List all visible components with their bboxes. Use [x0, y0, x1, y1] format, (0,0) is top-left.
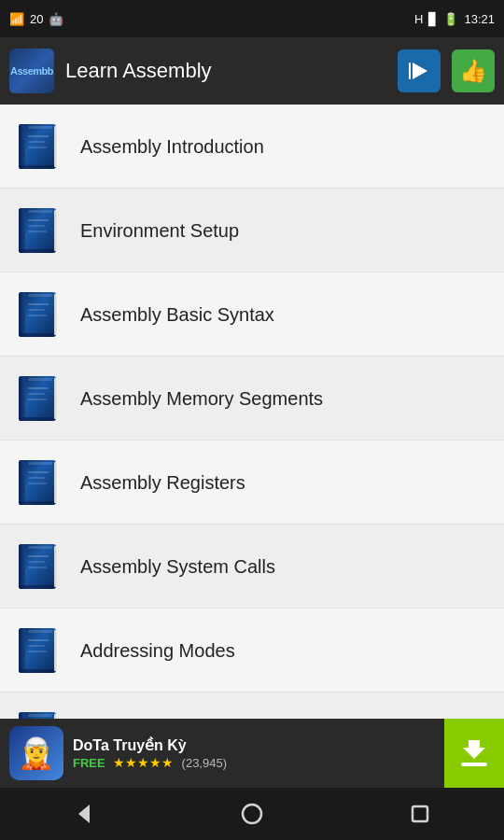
play-button[interactable]: [398, 49, 441, 92]
svg-rect-6: [28, 135, 49, 137]
list-item[interactable]: Assembly Memory Segments: [0, 357, 504, 441]
svg-rect-21: [28, 294, 52, 297]
book-icon: [13, 372, 65, 425]
svg-rect-47: [28, 561, 45, 563]
svg-rect-39: [28, 477, 45, 479]
svg-rect-51: [19, 628, 25, 673]
app-title: Learn Assembly: [65, 59, 386, 83]
signal-bars-icon: ▊: [428, 12, 438, 26]
svg-rect-8: [28, 147, 47, 148]
svg-rect-48: [28, 567, 47, 568]
recents-icon: [407, 801, 433, 827]
item-label: Assembly Registers: [80, 471, 245, 494]
list-item[interactable]: Assembly Introduction: [0, 105, 504, 189]
item-label: Addressing Modes: [80, 639, 235, 662]
svg-rect-15: [28, 225, 45, 227]
svg-rect-57: [19, 669, 54, 673]
book-icon: [13, 456, 65, 509]
list-item[interactable]: Addressing Modes: [0, 609, 504, 693]
svg-rect-53: [28, 630, 52, 633]
book-icon: [13, 120, 65, 173]
svg-rect-56: [28, 651, 47, 652]
wifi-icon: 📶: [9, 12, 24, 26]
item-label: Assembly Introduction: [80, 135, 264, 158]
svg-marker-83: [463, 740, 485, 759]
svg-rect-24: [28, 315, 47, 316]
svg-rect-55: [28, 645, 45, 647]
item-label: Assembly Memory Segments: [80, 387, 323, 410]
svg-rect-37: [28, 462, 52, 465]
book-icon: [13, 288, 65, 341]
list-item[interactable]: Environment Setup: [0, 189, 504, 273]
svg-rect-43: [19, 544, 25, 589]
home-icon: [239, 801, 265, 827]
svg-rect-33: [19, 417, 54, 421]
svg-rect-61: [28, 714, 52, 717]
book-icon: [13, 540, 65, 593]
svg-point-85: [243, 805, 261, 823]
list-item[interactable]: Assembly Registers: [0, 441, 504, 525]
like-button[interactable]: 👍: [452, 49, 495, 92]
svg-rect-9: [19, 165, 54, 169]
thumbsup-icon: 👍: [459, 58, 487, 84]
svg-rect-82: [461, 763, 487, 766]
status-left: 📶 20 🤖: [9, 12, 63, 26]
svg-rect-44: [54, 546, 57, 587]
item-label: Assembly Basic Syntax: [80, 303, 274, 326]
svg-rect-20: [54, 294, 57, 335]
back-button[interactable]: [56, 788, 112, 840]
book-icon: [13, 204, 65, 257]
svg-rect-49: [19, 585, 54, 589]
ad-game-icon: 🧝: [9, 726, 63, 780]
ad-banner[interactable]: 🧝 DoTa Truyền Kỳ FREE ★★★★★ (23,945): [0, 719, 504, 788]
ad-download-button[interactable]: [444, 719, 504, 788]
svg-rect-7: [28, 141, 45, 143]
play-icon: [407, 59, 431, 83]
list-item[interactable]: Assembly System Calls: [0, 525, 504, 609]
svg-rect-52: [54, 630, 57, 671]
svg-rect-32: [28, 399, 47, 400]
item-label: Assembly System Calls: [80, 555, 275, 578]
svg-rect-13: [28, 210, 52, 213]
svg-rect-38: [28, 471, 49, 473]
svg-rect-1: [409, 63, 411, 79]
svg-rect-16: [28, 231, 47, 232]
recents-button[interactable]: [392, 788, 448, 840]
battery-icon: 🔋: [443, 12, 458, 26]
android-icon: 🤖: [49, 12, 63, 26]
svg-rect-5: [28, 126, 52, 129]
svg-marker-0: [413, 63, 427, 79]
status-right: H ▊ 🔋 13:21: [414, 12, 495, 26]
status-bar: 📶 20 🤖 H ▊ 🔋 13:21: [0, 0, 504, 37]
home-button[interactable]: [224, 788, 280, 840]
svg-rect-30: [28, 387, 49, 389]
navigation-bar: [0, 788, 504, 840]
download-icon: [457, 736, 491, 770]
svg-rect-31: [28, 393, 45, 395]
svg-rect-28: [54, 378, 57, 419]
svg-rect-12: [54, 210, 57, 251]
svg-rect-19: [19, 292, 25, 337]
svg-rect-27: [19, 376, 25, 421]
svg-rect-11: [19, 208, 25, 253]
svg-rect-45: [28, 546, 52, 549]
svg-rect-17: [19, 249, 54, 253]
svg-rect-14: [28, 219, 49, 221]
list-item[interactable]: Assembly Basic Syntax: [0, 273, 504, 357]
back-icon: [71, 801, 97, 827]
svg-rect-29: [28, 378, 52, 381]
svg-rect-54: [28, 639, 49, 641]
svg-rect-40: [28, 483, 47, 484]
svg-rect-4: [54, 126, 57, 167]
ad-free-label: FREE: [73, 756, 105, 770]
ad-reviews: (23,945): [182, 756, 227, 770]
ad-title: DoTa Truyền Kỳ: [73, 736, 435, 754]
signal-icon: H: [414, 12, 423, 26]
svg-rect-35: [19, 460, 25, 505]
ad-stars: ★★★★★: [113, 755, 174, 770]
time-display: 13:21: [464, 12, 495, 26]
svg-rect-86: [413, 806, 427, 821]
svg-rect-36: [54, 462, 57, 503]
svg-rect-25: [19, 333, 54, 337]
svg-marker-84: [78, 805, 90, 823]
